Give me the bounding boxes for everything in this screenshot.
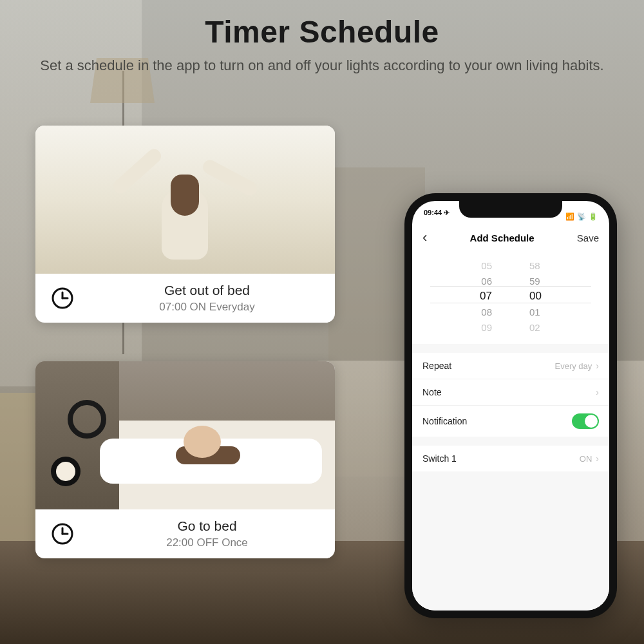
value-switch1: ON bbox=[580, 454, 592, 464]
save-button[interactable]: Save bbox=[577, 232, 599, 243]
card-getup: Get out of bed 07:00 ON Everyday bbox=[35, 126, 335, 323]
status-right: 📶 📡 🔋 bbox=[565, 209, 598, 224]
card-getup-title: Get out of bed bbox=[93, 283, 321, 298]
phone-notch bbox=[459, 201, 562, 218]
row-note[interactable]: Note › bbox=[412, 379, 609, 406]
page-subtitle: Set a schedule in the app to turn on and… bbox=[0, 56, 644, 75]
label-switch1: Switch 1 bbox=[422, 453, 457, 464]
status-time: 09:44 ✈ bbox=[424, 209, 450, 224]
card-gotobed-subtitle: 22:00 OFF Once bbox=[93, 536, 321, 549]
chevron-right-icon: › bbox=[596, 361, 599, 371]
row-repeat[interactable]: Repeat Every day› bbox=[412, 353, 609, 379]
clock-icon bbox=[50, 285, 75, 311]
row-notification[interactable]: Notification bbox=[412, 406, 609, 437]
page-title: Timer Schedule bbox=[0, 14, 644, 50]
value-repeat: Every day bbox=[555, 361, 592, 371]
chevron-right-icon: › bbox=[596, 387, 599, 397]
notification-toggle[interactable] bbox=[572, 413, 599, 429]
chevron-right-icon: › bbox=[596, 453, 599, 464]
phone-mockup: 09:44 ✈ 📶 📡 🔋 ‹ Add Schedule Save 0558 0… bbox=[404, 193, 617, 618]
wifi-icon: 📡 bbox=[577, 213, 586, 221]
screen-title: Add Schedule bbox=[470, 232, 535, 243]
card-gotobed: Go to bed 22:00 OFF Once bbox=[35, 361, 335, 558]
card-gotobed-title: Go to bed bbox=[93, 518, 321, 534]
label-note: Note bbox=[422, 387, 442, 397]
clock-icon bbox=[50, 521, 75, 547]
card-gotobed-photo bbox=[35, 361, 335, 509]
card-getup-photo bbox=[35, 126, 335, 274]
signal-icon: 📶 bbox=[565, 213, 574, 221]
label-notification: Notification bbox=[422, 416, 467, 426]
back-button[interactable]: ‹ bbox=[422, 229, 427, 246]
row-switch1[interactable]: Switch 1 ON› bbox=[412, 446, 609, 471]
label-repeat: Repeat bbox=[422, 361, 451, 371]
battery-icon: 🔋 bbox=[589, 213, 598, 221]
card-getup-subtitle: 07:00 ON Everyday bbox=[93, 301, 321, 314]
time-picker[interactable]: 0558 0659 0700 0801 0902 bbox=[412, 252, 609, 344]
